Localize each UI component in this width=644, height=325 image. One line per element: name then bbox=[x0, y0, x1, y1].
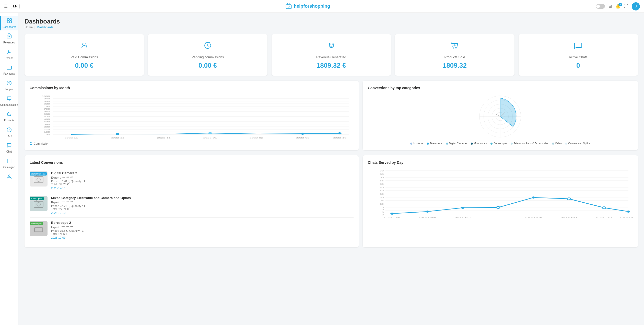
sidebar-item-support[interactable]: Support bbox=[0, 78, 18, 93]
svg-text:2023-11: 2023-11 bbox=[157, 136, 171, 139]
stat-card-revenue: Revenue Generated 1809.32 € bbox=[272, 34, 391, 76]
conv-details-3: Borescope 2 Expert : *** *** *** Price :… bbox=[51, 221, 354, 239]
sidebar-item-faq[interactable]: FAQ bbox=[0, 125, 18, 140]
svg-text:15: 15 bbox=[380, 206, 384, 208]
conversion-item-2: a and Optics Mixed Category Electronic a… bbox=[30, 193, 354, 218]
polar-legend: Modems Televisions Digital Cameras bbox=[410, 142, 590, 145]
faq-icon bbox=[6, 127, 12, 134]
svg-point-114 bbox=[567, 198, 570, 200]
sidebar-item-catalogue[interactable]: Catalogue bbox=[0, 156, 18, 171]
breadcrumb-current: Dashboards bbox=[37, 26, 53, 29]
menu-icon[interactable]: ☰ bbox=[4, 4, 8, 9]
stat-value-active-chats: 0 bbox=[576, 62, 580, 69]
svg-text:760: 760 bbox=[44, 105, 50, 107]
svg-point-115 bbox=[602, 207, 606, 209]
breadcrumb-home[interactable]: Home bbox=[25, 26, 33, 29]
svg-text:2022-11-07: 2022-11-07 bbox=[384, 216, 401, 218]
svg-text:820: 820 bbox=[44, 102, 50, 105]
svg-text:45: 45 bbox=[380, 186, 384, 188]
svg-point-11 bbox=[9, 84, 9, 84]
experts-icon bbox=[6, 49, 12, 56]
conversions-chart-title: Conversions by top categories bbox=[368, 86, 633, 90]
conv-price-2: Price : 22.71 €, Quantity : 1 bbox=[51, 204, 354, 207]
svg-text:2022-11-09: 2022-11-09 bbox=[454, 216, 471, 218]
legend-commission-label: Commission bbox=[34, 142, 49, 145]
legend-commission-dot bbox=[30, 142, 32, 145]
sidebar-item-payments[interactable]: Payments bbox=[0, 63, 18, 77]
sidebar-item-products[interactable]: Products bbox=[0, 109, 18, 124]
svg-point-55 bbox=[338, 132, 341, 134]
svg-rect-6 bbox=[7, 35, 11, 38]
sidebar-item-user[interactable] bbox=[0, 172, 18, 183]
sidebar-label-support: Support bbox=[5, 88, 14, 91]
svg-text:2022-11-13: 2022-11-13 bbox=[620, 216, 633, 218]
stat-label-paid-commissions: Paid Commissions bbox=[71, 55, 98, 59]
svg-point-53 bbox=[208, 132, 212, 134]
conversion-item-1: Digital Cameras Digital Camera 2 Expert … bbox=[30, 168, 354, 193]
svg-text:2023-01: 2023-01 bbox=[203, 136, 217, 139]
conv-price-1: Price : 57.28 €, Quantity : 1 bbox=[51, 180, 354, 183]
commissions-chart-wrap: 1000 940 880 820 760 700 640 580 520 460… bbox=[30, 94, 354, 140]
sidebar-item-experts[interactable]: Experts bbox=[0, 47, 18, 62]
svg-text:2022-11: 2022-11 bbox=[64, 136, 78, 139]
main-content: Dashboards Home | Dashboards Paid Commis… bbox=[18, 13, 644, 325]
sidebar-label-revenues: Revenues bbox=[3, 41, 15, 44]
sidebar-item-dashboards[interactable]: Dashboards bbox=[0, 16, 18, 30]
legend-label-tv-parts: Television Parts & Accessories bbox=[514, 142, 548, 145]
sidebar-label-experts: Experts bbox=[5, 57, 14, 60]
breadcrumb: Home | Dashboards bbox=[25, 26, 638, 29]
svg-text:340: 340 bbox=[44, 123, 50, 125]
svg-point-110 bbox=[426, 211, 429, 213]
grid-icon[interactable]: ⊞ bbox=[608, 4, 612, 9]
theme-toggle[interactable] bbox=[596, 4, 605, 9]
sidebar-item-communication[interactable]: Communication bbox=[0, 94, 18, 108]
expand-icon[interactable]: ⛶ bbox=[624, 4, 628, 9]
topbar-right: ⊞ 🔔 3 ⛶ U bbox=[596, 2, 640, 10]
svg-text:460: 460 bbox=[44, 118, 50, 120]
stat-card-active-chats: Active Chats 0 bbox=[519, 34, 638, 76]
svg-point-18 bbox=[453, 47, 454, 48]
legend-label-modems: Modems bbox=[413, 142, 423, 145]
legend-item-borescopes: Borescopes bbox=[490, 142, 507, 145]
svg-text:5: 5 bbox=[382, 211, 384, 213]
svg-text:2022-11-10: 2022-11-10 bbox=[525, 216, 542, 218]
svg-rect-4 bbox=[7, 21, 9, 23]
conv-name-3: Borescope 2 bbox=[51, 221, 354, 225]
svg-text:280: 280 bbox=[44, 125, 50, 128]
legend-item-camera-optics: Camera and Optics bbox=[565, 142, 590, 145]
svg-text:2023-03: 2023-03 bbox=[296, 136, 309, 139]
svg-text:160: 160 bbox=[44, 131, 50, 133]
sidebar-label-chat: Chat bbox=[6, 150, 12, 153]
stat-card-paid-commissions: Paid Commissions 0.00 € bbox=[25, 34, 144, 76]
chats-chart-title: Chats Served by Day bbox=[368, 160, 633, 165]
legend-item-tv-parts: Television Parts & Accessories bbox=[511, 142, 548, 145]
stat-value-pending-commissions: 0.00 € bbox=[198, 62, 217, 69]
topbar-left: ☰ EN bbox=[4, 4, 20, 9]
conv-total-3: Total : 75.5 € bbox=[51, 232, 354, 235]
svg-point-76 bbox=[37, 203, 40, 206]
svg-text:700: 700 bbox=[44, 108, 50, 110]
chats-chart-wrap: 70 65 60 55 50 45 40 35 30 25 20 15 10 5 bbox=[368, 168, 633, 219]
svg-text:2022-11-08: 2022-11-08 bbox=[419, 216, 436, 218]
svg-text:40: 40 bbox=[380, 190, 384, 192]
conv-img-2: a and Optics bbox=[30, 196, 48, 211]
commissions-chart-title: Commissions by Month bbox=[30, 86, 354, 90]
notification-icon[interactable]: 🔔 3 bbox=[615, 4, 620, 9]
logo-text: helpforshopping bbox=[294, 4, 330, 9]
sidebar-item-revenues[interactable]: Revenues bbox=[0, 31, 18, 46]
revenue-icon bbox=[326, 40, 336, 53]
conv-expert-1: Expert : *** *** *** bbox=[51, 176, 354, 179]
svg-point-109 bbox=[390, 213, 394, 215]
communication-icon bbox=[6, 96, 12, 103]
svg-rect-9 bbox=[7, 66, 11, 69]
svg-text:30: 30 bbox=[380, 196, 384, 198]
logo-icon bbox=[285, 3, 292, 10]
stat-value-revenue: 1809.32 € bbox=[317, 62, 346, 69]
chat-icon bbox=[6, 143, 12, 149]
conv-img-1: Digital Cameras bbox=[30, 171, 48, 187]
lang-selector[interactable]: EN bbox=[11, 4, 20, 9]
svg-text:35: 35 bbox=[380, 193, 384, 195]
avatar[interactable]: U bbox=[632, 2, 640, 10]
sidebar-label-communication: Communication bbox=[0, 103, 18, 106]
sidebar-item-chat[interactable]: Chat bbox=[0, 141, 18, 155]
